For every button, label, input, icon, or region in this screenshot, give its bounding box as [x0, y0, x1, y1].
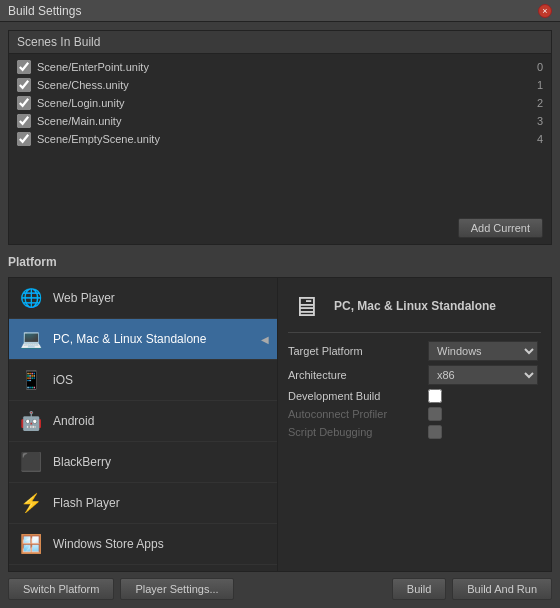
dev-build-checkbox[interactable] — [428, 389, 442, 403]
web-player-label: Web Player — [53, 291, 115, 305]
scene-checkbox-1[interactable] — [17, 78, 31, 92]
script-debug-checkbox[interactable] — [428, 425, 442, 439]
bottom-buttons: Switch Platform Player Settings... Build… — [8, 578, 552, 600]
windows-store-label: Windows Store Apps — [53, 537, 164, 551]
scene-index-0: 0 — [537, 61, 543, 73]
build-button[interactable]: Build — [392, 578, 446, 600]
flash-player-icon: ⚡ — [17, 489, 45, 517]
player-settings-button[interactable]: Player Settings... — [120, 578, 233, 600]
platform-item-windows-store[interactable]: 🪟 Windows Store Apps — [9, 524, 277, 565]
script-debug-label: Script Debugging — [288, 426, 428, 438]
platform-item-blackberry[interactable]: ⬛ BlackBerry — [9, 442, 277, 483]
autoconnect-label: Autoconnect Profiler — [288, 408, 428, 420]
right-buttons: Build Build And Run — [392, 578, 552, 600]
scene-row[interactable]: Scene/Main.unity 3 — [9, 112, 551, 130]
platform-section: 🌐 Web Player 💻 PC, Mac & Linux Standalon… — [8, 277, 552, 572]
scene-name-3: Scene/Main.unity — [37, 115, 533, 127]
window-title: Build Settings — [8, 4, 81, 18]
architecture-label: Architecture — [288, 369, 428, 381]
web-player-icon: 🌐 — [17, 284, 45, 312]
scene-checkbox-3[interactable] — [17, 114, 31, 128]
scenes-panel: Scenes In Build Scene/EnterPoint.unity 0… — [8, 30, 552, 245]
selected-indicator: ◀ — [261, 334, 269, 345]
switch-platform-button[interactable]: Switch Platform — [8, 578, 114, 600]
flash-player-label: Flash Player — [53, 496, 120, 510]
scene-name-1: Scene/Chess.unity — [37, 79, 533, 91]
build-and-run-button[interactable]: Build And Run — [452, 578, 552, 600]
add-current-button[interactable]: Add Current — [458, 218, 543, 238]
scene-index-4: 4 — [537, 133, 543, 145]
platform-item-flash-player[interactable]: ⚡ Flash Player — [9, 483, 277, 524]
scenes-list: Scene/EnterPoint.unity 0 Scene/Chess.uni… — [9, 54, 551, 214]
platform-item-web-player[interactable]: 🌐 Web Player — [9, 278, 277, 319]
ios-icon: 📱 — [17, 366, 45, 394]
scene-checkbox-2[interactable] — [17, 96, 31, 110]
scene-row[interactable]: Scene/EmptyScene.unity 4 — [9, 130, 551, 148]
architecture-dropdown[interactable]: x86 x86_64 — [428, 365, 538, 385]
dev-build-label: Development Build — [288, 390, 428, 402]
selected-platform-title: PC, Mac & Linux Standalone — [334, 299, 496, 313]
target-platform-dropdown[interactable]: Windows Mac OS X Linux — [428, 341, 538, 361]
title-bar: Build Settings × — [0, 0, 560, 22]
scene-row[interactable]: Scene/EnterPoint.unity 0 — [9, 58, 551, 76]
scene-index-2: 2 — [537, 97, 543, 109]
blackberry-label: BlackBerry — [53, 455, 111, 469]
left-buttons: Switch Platform Player Settings... — [8, 578, 234, 600]
architecture-row: Architecture x86 x86_64 — [288, 365, 541, 385]
main-content: Scenes In Build Scene/EnterPoint.unity 0… — [0, 22, 560, 608]
platform-right-header: 🖥 PC, Mac & Linux Standalone — [288, 288, 541, 333]
autoconnect-row: Autoconnect Profiler — [288, 407, 541, 421]
pc-mac-linux-icon: 💻 — [17, 325, 45, 353]
scene-name-0: Scene/EnterPoint.unity — [37, 61, 533, 73]
scene-index-3: 3 — [537, 115, 543, 127]
platform-item-android[interactable]: 🤖 Android — [9, 401, 277, 442]
scene-name-2: Scene/Login.unity — [37, 97, 533, 109]
scene-name-4: Scene/EmptyScene.unity — [37, 133, 533, 145]
android-icon: 🤖 — [17, 407, 45, 435]
platform-right: 🖥 PC, Mac & Linux Standalone Target Plat… — [278, 277, 552, 572]
platform-settings: Target Platform Windows Mac OS X Linux A… — [288, 341, 541, 439]
target-platform-row: Target Platform Windows Mac OS X Linux — [288, 341, 541, 361]
add-current-row: Add Current — [9, 214, 551, 244]
scenes-header: Scenes In Build — [9, 31, 551, 54]
autoconnect-checkbox[interactable] — [428, 407, 442, 421]
close-button[interactable]: × — [538, 4, 552, 18]
pc-mac-linux-label: PC, Mac & Linux Standalone — [53, 332, 206, 346]
selected-platform-icon: 🖥 — [288, 288, 324, 324]
ios-label: iOS — [53, 373, 73, 387]
scene-row[interactable]: Scene/Chess.unity 1 — [9, 76, 551, 94]
scene-index-1: 1 — [537, 79, 543, 91]
platform-list: 🌐 Web Player 💻 PC, Mac & Linux Standalon… — [8, 277, 278, 572]
dev-build-row: Development Build — [288, 389, 541, 403]
blackberry-icon: ⬛ — [17, 448, 45, 476]
script-debug-row: Script Debugging — [288, 425, 541, 439]
platform-item-ios[interactable]: 📱 iOS — [9, 360, 277, 401]
windows-store-icon: 🪟 — [17, 530, 45, 558]
scene-checkbox-4[interactable] — [17, 132, 31, 146]
scene-row[interactable]: Scene/Login.unity 2 — [9, 94, 551, 112]
platform-item-pc-mac-linux[interactable]: 💻 PC, Mac & Linux Standalone ◀ — [9, 319, 277, 360]
target-platform-label: Target Platform — [288, 345, 428, 357]
platform-left: 🌐 Web Player 💻 PC, Mac & Linux Standalon… — [8, 277, 278, 572]
scene-checkbox-0[interactable] — [17, 60, 31, 74]
platform-label: Platform — [8, 251, 552, 271]
android-label: Android — [53, 414, 94, 428]
